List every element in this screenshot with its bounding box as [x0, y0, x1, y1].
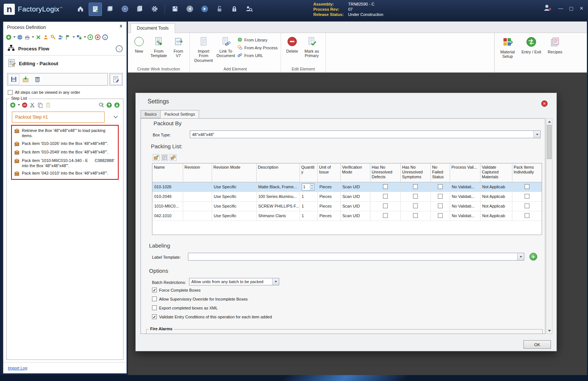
material-setup-button[interactable]: Material Setup	[497, 35, 518, 60]
unlock-button[interactable]	[213, 3, 226, 16]
package-out-icon[interactable]	[153, 154, 159, 161]
paste-icon[interactable]	[45, 102, 51, 108]
option-checkbox-row[interactable]: Validate Entry Conditions of this operat…	[152, 314, 272, 319]
add-step-icon[interactable]	[10, 102, 16, 108]
row-checkbox[interactable]	[438, 203, 443, 208]
option-checkbox[interactable]	[152, 314, 157, 319]
save-button[interactable]	[168, 3, 182, 16]
row-checkbox[interactable]	[413, 184, 418, 189]
recipes-button[interactable]: Recipes	[544, 35, 566, 55]
tab-basics[interactable]: Basics	[141, 110, 161, 118]
add-step-dropdown-icon[interactable]	[18, 104, 20, 106]
flag-dropdown-icon[interactable]	[73, 36, 75, 38]
quantity-spinner[interactable]: 1▲▼	[302, 183, 314, 190]
tab-document-tools[interactable]: Document Tools	[131, 23, 175, 33]
packages-icon[interactable]	[170, 154, 176, 161]
add-dropdown-icon[interactable]	[13, 36, 16, 38]
cut-icon[interactable]	[29, 102, 36, 108]
packing-row[interactable]: 010-1026Use SpecificMatte Black, Frame..…	[152, 182, 542, 192]
row-checkbox[interactable]	[413, 194, 418, 199]
remove-step-icon[interactable]	[22, 102, 28, 108]
batch-restrictions-dropdown[interactable]: Allow units from any batch to be packed	[189, 278, 279, 285]
key-icon[interactable]	[50, 34, 56, 40]
documents-button[interactable]	[133, 3, 146, 16]
go-icon[interactable]	[87, 34, 93, 40]
logout-user-button[interactable]	[543, 3, 552, 13]
import-button[interactable]	[20, 74, 31, 85]
row-checkbox[interactable]	[525, 194, 529, 199]
from-any-process-button[interactable]: From Any Process	[237, 44, 278, 51]
column-header[interactable]: Revision	[183, 163, 212, 182]
pin-icon[interactable]	[118, 24, 123, 30]
lock-button[interactable]	[228, 3, 241, 16]
new-button[interactable]: New	[131, 35, 147, 54]
option-checkbox-row[interactable]: Export completed boxes as XML	[152, 305, 272, 310]
link-to-document-button[interactable]: Link To Document	[215, 35, 237, 59]
row-checkbox[interactable]	[438, 184, 443, 189]
process-flow-row[interactable]: Process Flow ↓	[3, 42, 126, 55]
option-checkbox-row[interactable]: Allow Supervisory Override for Incomplet…	[152, 296, 272, 301]
packing-row[interactable]: 010-2049Use Specific100 Series Aluminu..…	[152, 192, 542, 201]
column-header[interactable]: Has No Unresolved Symptoms	[400, 163, 430, 182]
view-order-checkbox[interactable]	[8, 90, 13, 95]
import-log-link[interactable]: Import Log	[8, 366, 27, 370]
operator-icon[interactable]	[43, 34, 49, 40]
row-checkbox[interactable]	[438, 194, 443, 199]
process-boxes-icon[interactable]	[76, 34, 82, 40]
step-item[interactable]: Pack item '010-1026' into the Box '48"x4…	[13, 140, 116, 148]
maximize-button[interactable]: ▢	[569, 6, 574, 11]
row-checkbox[interactable]	[383, 203, 388, 208]
row-checkbox[interactable]	[525, 184, 529, 189]
row-checkbox[interactable]	[383, 184, 388, 189]
from-url-button[interactable]: From URL	[237, 52, 278, 59]
option-checkbox[interactable]	[152, 305, 157, 310]
step-item[interactable]: Pack item '1010-M6C010-14-340 - E C08828…	[13, 157, 116, 170]
process-boxes-dropdown-icon[interactable]	[84, 36, 86, 38]
from-template-button[interactable]: From Template	[148, 35, 169, 59]
from-v7-button[interactable]: V7 From V7	[170, 35, 186, 59]
column-header[interactable]: Description	[256, 163, 300, 182]
row-checkbox[interactable]	[413, 203, 418, 208]
box-type-dropdown[interactable]: 48"x48"x48"	[190, 130, 541, 138]
back-button[interactable]	[183, 3, 196, 16]
find-step-icon[interactable]	[98, 102, 105, 108]
from-library-button[interactable]: From Library	[237, 37, 278, 43]
copy-icon[interactable]	[37, 102, 43, 108]
column-header[interactable]: Has No Unresolved Defects	[370, 163, 400, 182]
dialog-close-button[interactable]: ✕	[541, 100, 548, 107]
column-header[interactable]: Verification Mode	[340, 163, 370, 182]
sync-icon[interactable]	[35, 34, 42, 40]
column-header[interactable]: Process Vali...	[450, 163, 480, 182]
forward-button[interactable]	[198, 3, 211, 16]
home-button[interactable]	[74, 3, 87, 16]
settings-button[interactable]	[148, 3, 161, 16]
globe-icon[interactable]	[17, 34, 23, 40]
step-item[interactable]: Pack item '010-2049' into the Box '48"x4…	[13, 148, 116, 157]
move-up-icon[interactable]	[106, 102, 112, 108]
selected-step-input[interactable]: Packout Step #1	[12, 112, 105, 123]
add-icon[interactable]	[6, 34, 12, 40]
scroll-down-icon[interactable]	[546, 328, 552, 334]
work-instructions-button[interactable]	[89, 3, 102, 16]
import-from-document-button[interactable]: Import From Document	[193, 35, 214, 64]
row-checkbox[interactable]	[413, 213, 418, 218]
column-header[interactable]: Name	[152, 163, 183, 182]
ok-button[interactable]: OK	[523, 340, 551, 349]
row-checkbox[interactable]	[383, 213, 388, 218]
row-checkbox[interactable]	[525, 213, 529, 218]
process-stack-button[interactable]	[103, 3, 117, 16]
save-step-button[interactable]	[8, 74, 19, 85]
add-label-template-button[interactable]: +	[529, 253, 537, 261]
label-template-dropdown[interactable]	[188, 253, 524, 261]
row-checkbox[interactable]	[438, 213, 443, 218]
delete-element-button[interactable]: Delete	[284, 35, 300, 54]
audit-trail-button[interactable]	[242, 3, 256, 16]
minimize-button[interactable]: —	[558, 6, 563, 11]
close-button[interactable]: ✕	[579, 6, 584, 11]
mark-as-primary-button[interactable]: Mark as Primary	[301, 35, 323, 59]
edit-document-button[interactable]	[110, 74, 122, 85]
add-user-icon[interactable]	[57, 34, 64, 40]
option-checkbox-row[interactable]: Force Complete Boxes	[152, 288, 272, 292]
step-item[interactable]: Pack item '042-1010' into the Box '48"x4…	[13, 169, 116, 178]
column-header[interactable]: Quantity	[300, 163, 317, 182]
